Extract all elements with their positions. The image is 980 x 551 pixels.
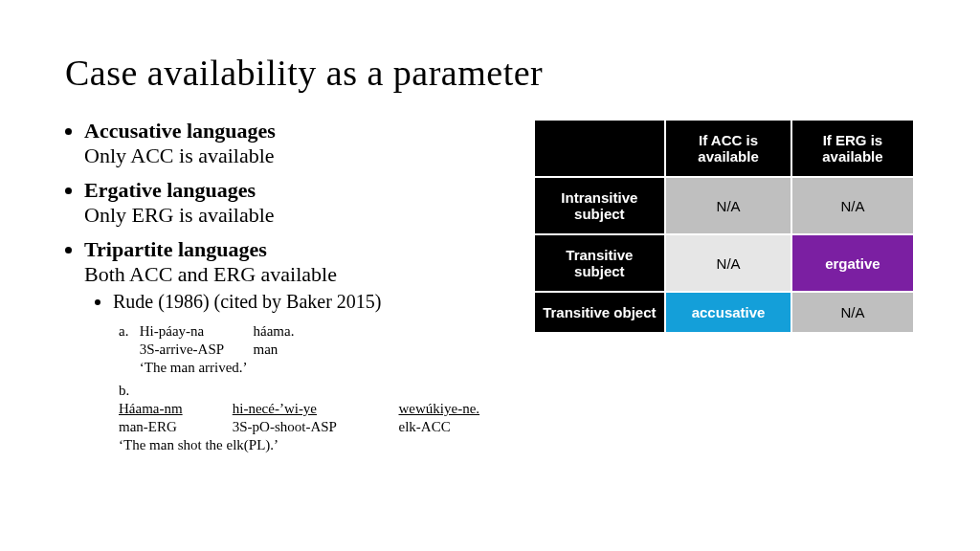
bullet-body: Both ACC and ERG available [84,262,337,286]
left-column: Accusative languages Only ACC is availab… [65,119,504,459]
cell-accusative: accusative [666,293,791,332]
examples-block: a. Hi-páay-na háama. 3S-arrive-ASP man ‘… [65,322,504,453]
example-a: a. Hi-páay-na háama. 3S-arrive-ASP man ‘… [119,322,504,376]
table-row: Transitive subject N/A ergative [535,235,914,291]
word: wewúkiye-ne. [399,400,504,418]
word: háama. [254,322,295,341]
cell-ergative: ergative [792,235,913,291]
bullet-body: Only ACC is available [84,143,275,167]
case-table: If ACC is available If ERG is available … [533,119,916,334]
example-body: Háama-nm hi-necé-’wi-ye wewúkiye-ne. man… [119,400,504,453]
bullet-list: Accusative languages Only ACC is availab… [65,119,504,313]
row-header-transO: Transitive object [535,293,665,332]
example-words: Hi-páay-na háama. [140,323,295,339]
example-translation: ‘The man shot the elk(PL).’ [119,437,278,452]
table-row: Intransitive subject N/A N/A [535,178,914,233]
gloss: 3S-arrive-ASP [140,341,250,359]
example-b: b. Háama-nm hi-necé-’wi-ye wewúkiye-ne. … [119,382,504,453]
example-label: a. [119,322,136,341]
table-row: Transitive object accusative N/A [535,293,914,332]
row-header-intrans: Intransitive subject [535,178,665,233]
gloss: 3S-pO-shoot-ASP [233,418,395,436]
col-header-erg: If ERG is available [792,121,913,176]
cell: N/A [666,178,791,233]
example-translation: ‘The man arrived.’ [140,360,248,375]
cell: N/A [792,178,913,233]
table-header-row: If ACC is available If ERG is available [535,121,914,176]
example-label: b. [119,382,136,400]
content-columns: Accusative languages Only ACC is availab… [65,119,915,459]
bullet-head: Accusative languages [84,119,276,143]
row-header-transS: Transitive subject [535,235,665,291]
word: hi-necé-’wi-ye [233,400,395,418]
example-gloss: 3S-arrive-ASP man [140,342,278,357]
col-header-acc: If ACC is available [666,121,791,176]
word: Háama-nm [119,400,229,418]
example-words: Háama-nm hi-necé-’wi-ye wewúkiye-ne. [119,401,504,416]
bullet-head: Tripartite languages [84,237,267,261]
sub-bullet: Rude (1986) (cited by Baker 2015) [113,291,504,313]
bullet-tripartite: Tripartite languages Both ACC and ERG av… [84,237,504,313]
bullet-body: Only ERG is available [84,203,275,227]
bullet-accusative: Accusative languages Only ACC is availab… [84,119,504,168]
word: Hi-páay-na [140,322,250,341]
example-body: Hi-páay-na háama. 3S-arrive-ASP man ‘The… [140,322,295,376]
cell: N/A [792,293,913,332]
table-corner [535,121,665,176]
page-title: Case availability as a parameter [65,52,915,94]
gloss: man-ERG [119,418,229,436]
bullet-ergative: Ergative languages Only ERG is available [84,178,504,228]
example-gloss: man-ERG 3S-pO-shoot-ASP elk-ACC [119,419,504,434]
bullet-head: Ergative languages [84,178,256,202]
right-column: If ACC is available If ERG is available … [533,119,916,334]
cell: N/A [666,235,791,291]
gloss: elk-ACC [399,418,504,436]
slide: Case availability as a parameter Accusat… [0,0,980,551]
gloss: man [254,341,278,359]
sub-bullet-list: Rude (1986) (cited by Baker 2015) [84,291,504,313]
